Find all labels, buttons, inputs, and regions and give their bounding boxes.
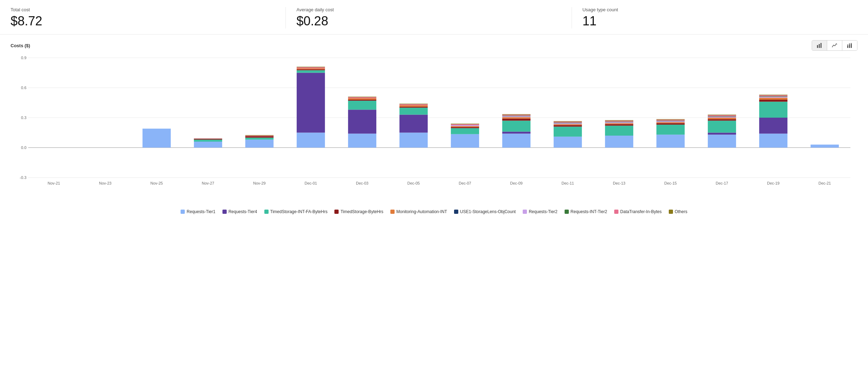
legend-item: Requests-INT-Tier2 (565, 209, 607, 214)
line-chart-button[interactable] (827, 41, 842, 50)
legend-label: TimedStorage-ByteHrs (340, 209, 383, 214)
bar-chart-icon (816, 42, 823, 49)
legend-color-swatch (181, 210, 185, 214)
legend-item: Requests-Tier1 (181, 209, 215, 214)
legend-item: Requests-Tier2 (523, 209, 558, 214)
legend-item: TimedStorage-INT-FA-ByteHrs (264, 209, 328, 214)
bar-chart-button[interactable] (812, 41, 827, 50)
legend-label: Requests-Tier1 (187, 209, 215, 214)
stacked-bar-chart-icon (847, 42, 853, 49)
legend-item: DataTransfer-In-Bytes (614, 209, 662, 214)
svg-rect-4 (847, 44, 848, 46)
legend-color-swatch (334, 210, 339, 214)
svg-rect-3 (847, 46, 848, 48)
svg-rect-0 (817, 45, 818, 48)
chart-canvas (11, 54, 857, 202)
svg-rect-2 (820, 43, 822, 48)
svg-rect-1 (819, 44, 820, 48)
line-chart-icon (831, 42, 838, 49)
legend-item: TimedStorage-ByteHrs (334, 209, 383, 214)
stacked-bar-chart-button[interactable] (842, 41, 857, 50)
usage-type-metric: Usage type count 11 (572, 7, 857, 29)
legend-label: USE1-StorageLens-ObjCount (460, 209, 516, 214)
chart-legend: Requests-Tier1Requests-Tier4TimedStorage… (11, 206, 857, 216)
total-cost-label: Total cost (11, 7, 275, 12)
legend-color-swatch (565, 210, 569, 214)
legend-label: Requests-Tier4 (228, 209, 257, 214)
chart-controls (812, 40, 857, 51)
legend-color-swatch (614, 210, 618, 214)
legend-color-swatch (454, 210, 458, 214)
chart-section: Costs ($) (0, 35, 868, 219)
legend-item: USE1-StorageLens-ObjCount (454, 209, 516, 214)
total-cost-metric: Total cost $8.72 (11, 7, 285, 29)
legend-color-swatch (222, 210, 227, 214)
legend-label: DataTransfer-In-Bytes (620, 209, 662, 214)
legend-color-swatch (523, 210, 527, 214)
legend-item: Monitoring-Automation-INT (390, 209, 447, 214)
chart-header: Costs ($) (11, 40, 857, 51)
total-cost-value: $8.72 (11, 14, 275, 29)
usage-type-label: Usage type count (583, 7, 847, 12)
legend-label: Monitoring-Automation-INT (396, 209, 447, 214)
avg-daily-value: $0.28 (296, 14, 561, 29)
legend-label: Requests-INT-Tier2 (571, 209, 607, 214)
legend-label: TimedStorage-INT-FA-ByteHrs (270, 209, 328, 214)
legend-color-swatch (264, 210, 269, 214)
legend-item: Requests-Tier4 (222, 209, 257, 214)
avg-daily-label: Average daily cost (296, 7, 561, 12)
svg-rect-5 (849, 45, 850, 48)
chart-area (11, 54, 857, 206)
legend-label: Requests-Tier2 (529, 209, 558, 214)
svg-rect-6 (849, 43, 850, 45)
svg-rect-7 (851, 44, 852, 48)
legend-color-swatch (669, 210, 673, 214)
legend-item: Others (669, 209, 687, 214)
legend-color-swatch (390, 210, 395, 214)
usage-type-value: 11 (583, 14, 847, 29)
metrics-row: Total cost $8.72 Average daily cost $0.2… (0, 0, 868, 35)
svg-rect-8 (851, 43, 852, 44)
legend-label: Others (675, 209, 687, 214)
avg-daily-metric: Average daily cost $0.28 (285, 7, 571, 29)
chart-title: Costs ($) (11, 43, 30, 48)
